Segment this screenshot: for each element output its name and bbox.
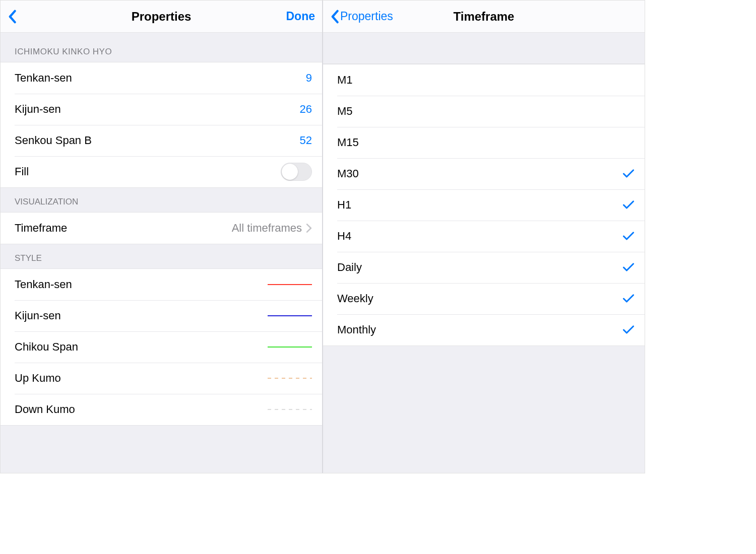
row-fill: Fill (1, 156, 322, 187)
timeframe-row[interactable]: Monthly (323, 314, 645, 345)
chevron-back-icon (330, 10, 339, 24)
senkou-value: 52 (300, 134, 312, 147)
timeframe-row[interactable]: Daily (323, 252, 645, 283)
checkmark-icon (622, 262, 635, 272)
timeframe-row[interactable]: M15 (323, 127, 645, 158)
checkmark-icon (622, 325, 635, 335)
timeframe-row[interactable]: H4 (323, 221, 645, 252)
timeframe-label: Daily (337, 261, 362, 274)
timeframe-label: Timeframe (15, 222, 67, 235)
line-preview-tenkan (268, 279, 312, 291)
checkmark-icon (622, 231, 635, 241)
tenkan-label: Tenkan-sen (15, 72, 72, 85)
left-pane: Properties Done ICHIMOKU KINKO HYO Tenka… (1, 1, 322, 473)
page-title: Properties (1, 10, 322, 24)
line-preview-chikou (268, 341, 312, 353)
kijun-value: 26 (300, 103, 312, 116)
row-style-upkumo[interactable]: Up Kumo (1, 363, 322, 394)
timeframe-label: M1 (337, 74, 353, 87)
timeframe-label: Monthly (337, 323, 376, 336)
checkmark-icon (622, 294, 635, 304)
row-senkou[interactable]: Senkou Span B 52 (1, 125, 322, 156)
empty-area (323, 346, 645, 473)
navbar-right: Properties Timeframe (323, 1, 645, 33)
section-header-style: STYLE (1, 244, 322, 268)
timeframe-row[interactable]: H1 (323, 189, 645, 221)
tenkan-value: 9 (306, 72, 312, 85)
fill-toggle[interactable] (281, 163, 312, 181)
row-tenkan[interactable]: Tenkan-sen 9 (1, 62, 322, 94)
timeframe-label: M30 (337, 167, 359, 180)
navbar-left: Properties Done (1, 1, 322, 33)
timeframe-row[interactable]: M30 (323, 158, 645, 189)
timeframe-value: All timeframes (232, 222, 302, 235)
ichimoku-list: Tenkan-sen 9 Kijun-sen 26 Senkou Span B … (1, 62, 322, 188)
style-kijun-label: Kijun-sen (15, 309, 61, 322)
fill-label: Fill (15, 165, 29, 178)
row-style-kijun[interactable]: Kijun-sen (1, 300, 322, 331)
timeframe-label: M5 (337, 105, 353, 118)
chevron-right-icon (306, 224, 312, 233)
timeframe-label: H4 (337, 230, 351, 243)
timeframe-list: M1M5M15M30H1H4DailyWeeklyMonthly (323, 64, 645, 346)
done-button[interactable]: Done (286, 10, 316, 23)
timeframe-row[interactable]: M1 (323, 64, 645, 96)
style-tenkan-label: Tenkan-sen (15, 278, 72, 291)
back-button-right[interactable]: Properties (330, 1, 393, 32)
timeframe-label: H1 (337, 198, 351, 212)
back-text: Properties (340, 10, 393, 23)
style-upkumo-label: Up Kumo (15, 372, 61, 385)
section-header-ichimoku: ICHIMOKU KINKO HYO (1, 33, 322, 62)
line-preview-upkumo (268, 372, 312, 384)
kijun-label: Kijun-sen (15, 103, 61, 116)
style-list: Tenkan-sen Kijun-sen Chikou Span Up Kumo… (1, 268, 322, 426)
line-preview-kijun (268, 310, 312, 322)
bottom-gap (1, 426, 322, 441)
style-chikou-label: Chikou Span (15, 340, 78, 354)
app-root: Properties Done ICHIMOKU KINKO HYO Tenka… (0, 0, 645, 473)
checkmark-icon (622, 200, 635, 210)
row-style-downkumo[interactable]: Down Kumo (1, 394, 322, 425)
chevron-back-icon (8, 10, 17, 24)
senkou-label: Senkou Span B (15, 134, 92, 147)
timeframe-label: M15 (337, 136, 359, 149)
visualization-list: Timeframe All timeframes (1, 212, 322, 244)
spacer (323, 33, 645, 64)
row-kijun[interactable]: Kijun-sen 26 (1, 94, 322, 125)
row-style-chikou[interactable]: Chikou Span (1, 331, 322, 363)
checkmark-icon (622, 169, 635, 179)
row-style-tenkan[interactable]: Tenkan-sen (1, 269, 322, 300)
back-button[interactable] (8, 1, 17, 32)
section-header-visualization: VISUALIZATION (1, 188, 322, 212)
timeframe-label: Weekly (337, 292, 373, 305)
right-pane: Properties Timeframe M1M5M15M30H1H4Daily… (322, 1, 645, 473)
toggle-knob-icon (282, 164, 298, 180)
row-timeframe[interactable]: Timeframe All timeframes (1, 213, 322, 244)
timeframe-row[interactable]: Weekly (323, 283, 645, 314)
style-downkumo-label: Down Kumo (15, 403, 75, 416)
line-preview-downkumo (268, 403, 312, 416)
timeframe-row[interactable]: M5 (323, 96, 645, 127)
